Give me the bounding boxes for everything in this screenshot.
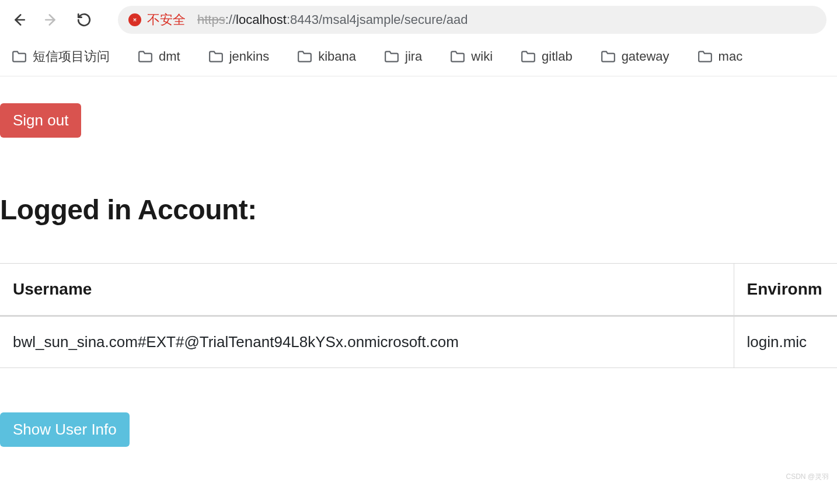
table-header-username: Username	[0, 264, 734, 316]
table-header-row: Username Environm	[0, 264, 837, 316]
forward-button[interactable]	[43, 12, 60, 28]
bookmark-item[interactable]: mac	[698, 49, 743, 64]
folder-icon	[601, 50, 616, 63]
url-path: /msal4jsample/secure/aad	[319, 12, 468, 27]
page-heading: Logged in Account:	[0, 194, 837, 226]
folder-icon	[450, 50, 465, 63]
watermark: CSDN @灵羽	[786, 472, 829, 482]
table-row: bwl_sun_sina.com#EXT#@TrialTenant94L8kYS…	[0, 316, 837, 368]
insecure-label: 不安全	[147, 11, 186, 29]
bookmark-item[interactable]: kibana	[297, 49, 356, 64]
url-host: localhost	[236, 12, 287, 27]
folder-icon	[12, 50, 27, 63]
bookmarks-bar: 短信项目访问 dmt jenkins kibana jira wiki gitl…	[0, 40, 837, 76]
bookmark-item[interactable]: 短信项目访问	[12, 48, 110, 65]
folder-icon	[521, 50, 536, 63]
folder-icon	[208, 50, 224, 63]
bookmark-item[interactable]: jenkins	[208, 49, 269, 64]
account-table: Username Environm bwl_sun_sina.com#EXT#@…	[0, 263, 837, 368]
bookmark-label: dmt	[159, 49, 180, 64]
cell-environment: login.mic	[734, 316, 837, 368]
reload-button[interactable]	[76, 12, 92, 28]
bookmark-label: wiki	[471, 49, 493, 64]
folder-icon	[297, 50, 312, 63]
table-header-environment: Environm	[734, 264, 837, 316]
cell-username: bwl_sun_sina.com#EXT#@TrialTenant94L8kYS…	[0, 316, 734, 368]
bookmark-item[interactable]: dmt	[138, 49, 180, 64]
bookmark-item[interactable]: gitlab	[521, 49, 573, 64]
sign-out-button[interactable]: Sign out	[0, 103, 81, 138]
bookmark-label: jira	[405, 49, 422, 64]
browser-toolbar: 不安全 https://localhost:8443/msal4jsample/…	[0, 0, 837, 40]
page-content: Sign out Logged in Account: Username Env…	[0, 76, 837, 447]
bookmark-label: 短信项目访问	[33, 48, 110, 65]
back-button[interactable]	[11, 12, 27, 28]
bookmark-item[interactable]: jira	[384, 49, 422, 64]
bookmark-label: mac	[719, 49, 743, 64]
bookmark-item[interactable]: gateway	[601, 49, 669, 64]
bookmark-label: jenkins	[229, 49, 269, 64]
bookmark-item[interactable]: wiki	[450, 49, 493, 64]
insecure-warning-icon	[128, 13, 141, 26]
url-display: https://localhost:8443/msal4jsample/secu…	[197, 12, 468, 27]
url-protocol: https	[197, 12, 225, 27]
show-user-info-button[interactable]: Show User Info	[0, 412, 130, 447]
bookmark-label: gateway	[622, 49, 669, 64]
folder-icon	[384, 50, 399, 63]
bookmark-label: kibana	[318, 49, 356, 64]
folder-icon	[138, 50, 153, 63]
bookmark-label: gitlab	[542, 49, 573, 64]
address-bar[interactable]: 不安全 https://localhost:8443/msal4jsample/…	[118, 6, 826, 34]
folder-icon	[698, 50, 713, 63]
